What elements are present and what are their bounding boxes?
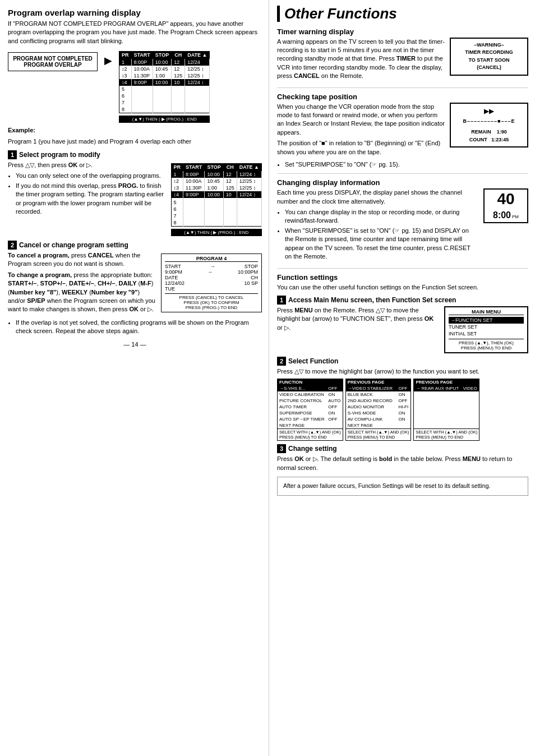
tape-bullet1: Set "SUPERIMPOSE" to "ON" (☞ pg. 15).: [285, 160, 528, 169]
ft3-header: PREVIOUS PAGE: [414, 379, 479, 386]
tw-line4: (CANCEL): [455, 64, 523, 72]
tape-bar: B–––––––––■–––E: [455, 117, 523, 125]
divider3: [277, 268, 528, 269]
func-table2: PREVIOUS PAGE →VIDEO STABILIZEROFF BLUE …: [345, 379, 412, 441]
col-ch: CH: [172, 52, 185, 59]
func-table1: FUNCTION →S-VHS E...OFF VIDEO CALIBRATIO…: [277, 379, 343, 441]
step1-text1: Press △▽, then press OK or ▷.: [8, 161, 167, 169]
overlap-line2: PROGRAM OVERLAP: [13, 62, 93, 68]
func-step1-layout: Press MENU on the Remote. Press △▽ to mo…: [277, 306, 528, 353]
function-title: Function settings: [277, 273, 528, 282]
display-info-box: 40 8:00 PM: [483, 188, 528, 223]
tape-layout: When you change the VCR operation mode f…: [277, 103, 528, 159]
display-layout: Each time you press DISPLAY, the display…: [277, 188, 528, 264]
prog4-box: PROGRAM 4 START→STOP 9:00PM→10:00PM DATE…: [161, 253, 262, 312]
prog-table-1: PR START STOP CH DATE ▲ 18:00P10:001212/…: [119, 51, 210, 113]
display-bullet1: You can change display in the stop or re…: [285, 208, 479, 225]
step1-section: 1 Select program to modify Press △▽, the…: [8, 150, 262, 236]
display-title: Changing display information: [277, 178, 528, 187]
program-overlap-intro: If "PROGRAM NOT COMPLETED PROGRAM OVERLA…: [8, 20, 262, 45]
timer-text: A warning appears on the TV screen to te…: [277, 38, 445, 81]
func-table3-wrap: PREVIOUS PAGE → REAR AUX INPUTVIDEO SELE…: [413, 379, 479, 441]
step2-text-block: To cancel a program, press CANCEL when t…: [8, 251, 156, 316]
step2-header: 2 Cancel or change program setting: [8, 241, 262, 250]
arrow-symbol: ▶: [104, 54, 112, 67]
step2-title: Cancel or change program setting: [19, 241, 128, 249]
tape-text-block: When you change the VCR operation mode f…: [277, 103, 445, 159]
tape-section: Checking tape position When you change t…: [277, 93, 528, 169]
prog4-title: PROGRAM 4: [165, 256, 258, 262]
func-step2-block: 2 Select Function Press △▽ to move the h…: [277, 357, 528, 441]
display-text1: Each time you press DISPLAY, the display…: [277, 188, 479, 206]
tape-forward: ▶▶: [455, 107, 523, 117]
step2-bullets: If the overlap is not yet solved, the co…: [16, 319, 262, 336]
prog-table-1-footer: (▲▼) THEN ( ▶ (PROG.) : END: [119, 116, 210, 123]
display-bullets: You can change display in the stop or re…: [285, 208, 479, 261]
step1-bullet1: You can only select one of the overlappi…: [16, 172, 167, 180]
step1-title: Select program to modify: [19, 151, 100, 159]
col-stop2: STOP: [205, 163, 223, 170]
display-pm: PM: [512, 214, 519, 219]
left-column: Program overlap warning display If "PROG…: [0, 0, 269, 756]
timer-section: Timer warning display A warning appears …: [277, 27, 528, 83]
display-big-num: 40: [487, 191, 524, 207]
display-clock-row: 8:00 PM: [487, 210, 524, 220]
col-pr: PR: [119, 52, 132, 59]
ft1-footer: SELECT WITH (▲,▼) AND (OK)PRESS (MENU) T…: [278, 429, 343, 441]
ft2-footer: SELECT WITH (▲,▼) AND (OK)PRESS (MENU) T…: [345, 429, 411, 441]
overlap-line1: PROGRAM NOT COMPLETED: [13, 56, 93, 62]
func-table2-wrap: PREVIOUS PAGE →VIDEO STABILIZEROFF BLUE …: [345, 379, 412, 441]
tape-title: Checking tape position: [277, 93, 528, 101]
func-step1-header: 1 Access Main Menu screen, then Function…: [277, 296, 528, 305]
page: Program overlap warning display If "PROG…: [0, 0, 535, 756]
func-step2-title: Select Function: [288, 357, 338, 365]
select-prog-layout: Press △▽, then press OK or ▷. You can on…: [8, 161, 262, 236]
step2-content-layout: To cancel a program, press CANCEL when t…: [8, 251, 262, 316]
prog-table-wrap1: PR START STOP CH DATE ▲ 18:00P10:001212/…: [119, 49, 210, 123]
mm-item-initialset: INITIAL SET: [449, 330, 524, 337]
col-date2: DATE ▲: [237, 163, 261, 170]
example-text: Program 1 (you have just made) and Progr…: [8, 137, 262, 146]
divider1: [277, 87, 528, 88]
prog4-box-wrap: PROGRAM 4 START→STOP 9:00PM→10:00PM DATE…: [161, 251, 262, 315]
tw-line1: –WARNING–: [455, 42, 523, 49]
ft2-header: PREVIOUS PAGE: [345, 379, 411, 386]
func-step3-title: Change setting: [288, 445, 337, 453]
tape-remain: REMAIN 1:90: [455, 128, 523, 136]
display-section: Changing display information Each time y…: [277, 178, 528, 264]
func-table1-wrap: FUNCTION →S-VHS E...OFF VIDEO CALIBRATIO…: [277, 379, 343, 441]
prog4-row5: TUE: [165, 286, 258, 292]
example-label: Example:: [8, 126, 262, 135]
prog-table-2: PR START STOP CH DATE ▲ 18:00P10:001212/…: [171, 163, 262, 227]
func-step1-title: Access Main Menu screen, then Function S…: [288, 296, 456, 304]
col-start2: START: [183, 163, 205, 170]
tape-text1: When you change the VCR operation mode f…: [277, 103, 445, 137]
step1-num: 1: [8, 150, 17, 159]
tape-pos-box: ▶▶ B–––––––––■–––E REMAIN 1:90 COUNT 1:2…: [450, 103, 528, 148]
col-ch2: CH: [223, 163, 237, 170]
function-section: Function settings You can use the other …: [277, 273, 528, 495]
func-step2-text: Press △▽ to move the highlight bar (arro…: [277, 367, 528, 376]
func-step2-header: 2 Select Function: [277, 357, 528, 366]
step2-section: 2 Cancel or change program setting To ca…: [8, 241, 262, 336]
ft1-header: FUNCTION: [278, 379, 343, 386]
mm-item-funcset: →FUNCTION SET: [449, 317, 524, 324]
overlap-layout: PROGRAM NOT COMPLETED PROGRAM OVERLAP ▶ …: [8, 49, 262, 123]
col-stop: STOP: [153, 52, 171, 59]
display-small-num: 8:00: [493, 210, 511, 220]
col-date: DATE ▲: [185, 52, 210, 59]
program-overlap-title: Program overlap warning display: [8, 8, 262, 17]
display-bullet2: When "SUPERIMPOSE" is set to "ON" (☞ pg.…: [285, 227, 479, 261]
other-functions-header: Other Functions: [277, 6, 528, 22]
func-step3-num: 3: [277, 444, 286, 453]
tw-line2: TIMER RECORDING: [455, 49, 523, 57]
func-step1-num: 1: [277, 296, 286, 305]
col-pr2: PR: [171, 163, 183, 170]
func-step1-block: 1 Access Main Menu screen, then Function…: [277, 296, 528, 353]
step2-change-text: To change a program, press the appropria…: [8, 271, 156, 314]
prog-table-2-footer: (▲▼) THEN ( ▶ (PROG.) : END: [171, 229, 262, 236]
function-intro: You can use the other useful function se…: [277, 283, 528, 292]
func-step3-header: 3 Change setting: [277, 444, 528, 453]
program-overlap-section: Program overlap warning display If "PROG…: [8, 8, 262, 146]
timer-warning-box: –WARNING– TIMER RECORDING TO START SOON …: [450, 38, 528, 76]
